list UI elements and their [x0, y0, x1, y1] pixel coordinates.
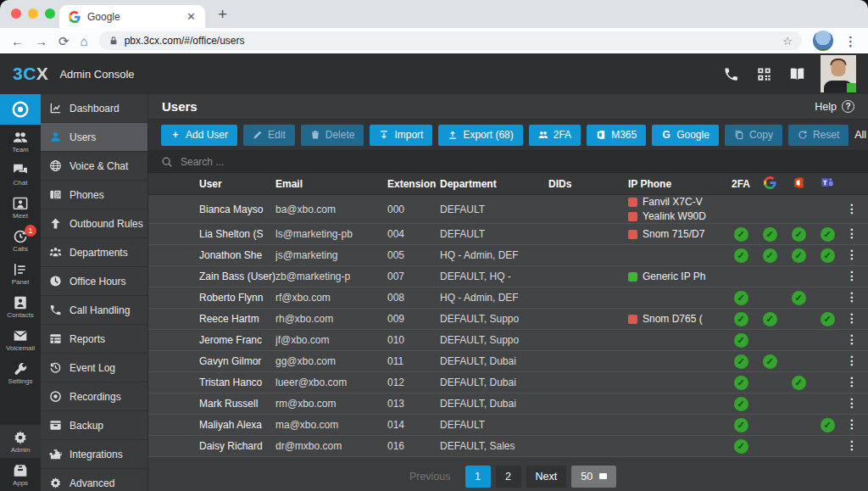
row-menu-icon[interactable]: ⋮ [842, 204, 863, 215]
page-2-button[interactable]: 2 [496, 466, 521, 488]
browser-tab[interactable]: Google ✕ [59, 5, 205, 28]
table-row[interactable]: Reece Hartmrh@xbo.com009DEFAULT, SuppoSn… [148, 309, 868, 330]
teams-icon [821, 176, 834, 189]
rail-item-contacts[interactable]: Contacts [0, 290, 41, 323]
minimize-window-button[interactable] [28, 8, 38, 19]
button-label: Add User [186, 129, 228, 141]
sidebar-item-reports[interactable]: Reports [41, 325, 147, 354]
close-window-button[interactable] [11, 8, 21, 19]
address-bar[interactable]: pbx.3cx.com/#/office/users ☆ [99, 31, 802, 50]
sidebar-item-label: Event Log [70, 362, 115, 374]
user-extension: 016 [387, 440, 440, 452]
copy-button[interactable]: Copy [725, 125, 782, 146]
table-row[interactable]: Daisy Richarddr@mxbo.com016DEFAULT, Sale… [148, 436, 868, 457]
pagination: Previous12Next50 [148, 461, 868, 491]
user-extension: 012 [387, 377, 440, 388]
m365-button[interactable]: M365 [587, 125, 646, 146]
table-row[interactable]: Lia Shelton (Sls@marketing-pb004DEFAULTS… [148, 224, 868, 245]
search-input[interactable] [181, 156, 855, 168]
sidebar-item-outbound-rules[interactable]: Outbound Rules [41, 209, 147, 238]
table-row[interactable]: Jerome Francjf@xbo.com010DEFAULT, Suppo✓… [148, 330, 868, 351]
rail-item-meet[interactable]: Meet [0, 191, 41, 224]
sidebar-item-backup[interactable]: Backup [41, 411, 147, 440]
rail-item-calls[interactable]: 1Calls [0, 224, 41, 257]
row-menu-icon[interactable]: ⋮ [842, 441, 863, 451]
table-row[interactable]: Maliyah Alexama@xbo.com014DEFAULT✓✓⋮ [148, 415, 868, 436]
user-avatar[interactable] [821, 55, 856, 92]
sidebar-item-call-handling[interactable]: Call Handling [41, 296, 147, 325]
rail-item-voicemail[interactable]: Voicemail [0, 323, 41, 356]
edit-button[interactable]: Edit [243, 125, 295, 146]
sidebar-item-departments[interactable]: Departments [41, 238, 147, 267]
google-button[interactable]: GGoogle [652, 125, 719, 146]
page-1-button[interactable]: 1 [465, 466, 491, 488]
table-row[interactable]: Roberto Flynnrf@xbo.com008HQ - Admin, DE… [148, 287, 868, 309]
button-label: Copy [749, 129, 773, 141]
row-menu-icon[interactable]: ⋮ [842, 250, 863, 260]
qr-code-icon[interactable] [756, 66, 772, 82]
column-header-email: Email [275, 178, 387, 190]
rail-item-chat[interactable]: Chat [0, 158, 41, 191]
book-icon[interactable] [789, 66, 805, 82]
row-menu-icon[interactable]: ⋮ [842, 271, 863, 282]
bookmark-star-icon[interactable]: ☆ [782, 35, 793, 47]
dashboard-icon [49, 102, 62, 114]
row-menu-icon[interactable]: ⋮ [842, 314, 863, 324]
rail-item-settings[interactable]: Settings [0, 356, 41, 389]
table-row[interactable]: Zain Bass (User)zb@marketing-p007DEFAULT… [148, 266, 868, 287]
tab-close-icon[interactable]: ✕ [186, 10, 196, 23]
sidebar-item-office-hours[interactable]: Office Hours [41, 267, 147, 296]
home-icon[interactable]: ⌂ [81, 35, 88, 47]
table-row[interactable]: Tristan Hancolueer@xbo.com012DEFAULT, Du… [148, 372, 868, 393]
maximize-window-button[interactable] [45, 8, 55, 19]
table-row[interactable]: Gavyn Gilmorgg@xbo.com011DEFAULT, Dubai✓… [148, 351, 868, 372]
sidebar-item-integrations[interactable]: Integrations [41, 440, 147, 469]
user-email: ls@marketing-pb [275, 228, 387, 240]
table-row[interactable]: Jonathon Shejs@marketing005HQ - Admin, D… [148, 245, 868, 266]
sidebar-item-label: Integrations [70, 449, 123, 460]
button-label: Google [676, 129, 709, 141]
phone-handset-icon[interactable] [723, 66, 739, 82]
apps-icon [13, 463, 28, 478]
sidebar-item-phones[interactable]: Phones [41, 181, 147, 209]
next-page-button[interactable]: Next [526, 466, 567, 488]
delete-button[interactable]: Delete [301, 125, 364, 146]
row-menu-icon[interactable]: ⋮ [842, 399, 863, 409]
row-menu-icon[interactable]: ⋮ [842, 229, 863, 239]
sidebar-item-event-log[interactable]: Event Log [41, 354, 147, 382]
sidebar-item-recordings[interactable]: Recordings [41, 382, 147, 411]
browser-profile-avatar[interactable] [813, 31, 833, 51]
rail-item-home[interactable] [0, 94, 41, 125]
page-size-dropdown[interactable]: 50 [571, 466, 616, 488]
rail-item-admin[interactable]: Admin [0, 425, 41, 458]
row-menu-icon[interactable]: ⋮ [842, 356, 863, 366]
add-user-button[interactable]: +Add User [161, 125, 237, 146]
sidebar: DashboardUsersVoice & ChatPhonesOutbound… [41, 94, 148, 491]
back-icon[interactable]: ← [11, 35, 24, 47]
reload-icon[interactable]: ⟳ [58, 35, 70, 47]
reset-button[interactable]: Reset [788, 125, 849, 146]
row-menu-icon[interactable]: ⋮ [842, 420, 863, 430]
sidebar-item-voice-chat[interactable]: Voice & Chat [41, 152, 147, 181]
table-row[interactable]: Mark Russellrm@xbo.com013DEFAULT, Dubai✓… [148, 393, 868, 415]
table-row[interactable]: Bianca Maysoba@xbo.com000DEFAULTFanvil X… [148, 195, 868, 224]
sidebar-item-dashboard[interactable]: Dashboard [41, 94, 147, 123]
import-button[interactable]: Import [370, 125, 432, 146]
row-menu-icon[interactable]: ⋮ [842, 377, 863, 388]
previous-page-button[interactable]: Previous [400, 466, 460, 488]
sidebar-item-users[interactable]: Users [41, 123, 147, 152]
rail-item-team[interactable]: Team [0, 125, 41, 158]
phone-status-square [628, 230, 637, 239]
rail-item-panel[interactable]: Panel [0, 257, 41, 290]
export-68-button[interactable]: Export (68) [438, 125, 522, 146]
help-button[interactable]: Help ? [815, 100, 854, 113]
row-menu-icon[interactable]: ⋮ [842, 335, 863, 345]
new-tab-button[interactable]: + [218, 5, 227, 24]
2fa-button[interactable]: 2FA [529, 125, 581, 146]
filter-dropdown[interactable]: All▼ [854, 129, 868, 141]
rail-item-apps[interactable]: Apps [0, 458, 41, 491]
sidebar-item-advanced[interactable]: Advanced [41, 469, 147, 491]
row-menu-icon[interactable]: ⋮ [842, 293, 863, 303]
forward-icon[interactable]: → [35, 35, 47, 47]
browser-menu-icon[interactable]: ⋮ [844, 35, 857, 47]
